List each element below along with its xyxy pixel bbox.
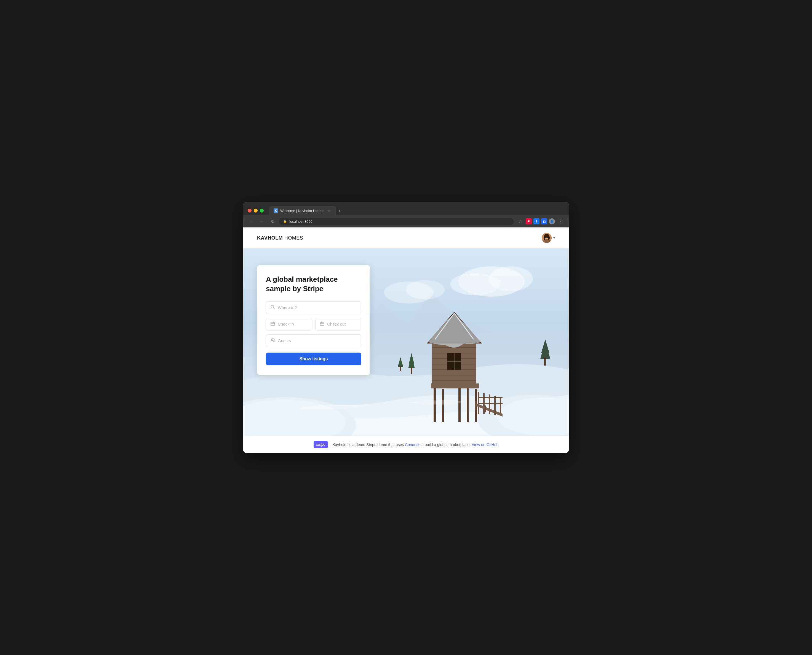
profile-ext[interactable]: 👤 [549, 218, 555, 224]
footer-description: Kavholm is a demo Stripe demo that uses [332, 443, 405, 447]
chevron-down-icon: ▾ [553, 236, 555, 240]
traffic-light-maximize[interactable] [260, 209, 263, 212]
connect-link[interactable]: Connect [405, 443, 419, 447]
user-menu-button[interactable]: ▾ [542, 233, 555, 243]
avatar [542, 233, 552, 243]
search-heading: A global marketplace sample by Stripe [266, 275, 361, 294]
lock-icon: 🔒 [283, 220, 287, 223]
address-bar[interactable]: 🔒 localhost:3000 [279, 218, 513, 225]
logo-bold: KAVHOLM [257, 235, 283, 241]
svg-rect-56 [320, 322, 324, 326]
heading-line2: sample by Stripe [266, 284, 323, 293]
ext3[interactable]: ◻ [541, 218, 547, 224]
pinterest-ext[interactable]: P [526, 218, 532, 224]
checkin-field[interactable]: Check in [266, 318, 312, 331]
show-listings-button[interactable]: Show listings [266, 352, 361, 365]
svg-line-51 [274, 308, 275, 309]
where-to-field[interactable]: Where to? [266, 301, 361, 314]
checkout-calendar-icon [320, 321, 324, 327]
browser-window: K Welcome | Kavholm Homes × + ← → ↻ 🔒 lo… [243, 202, 569, 453]
avatar-image [542, 233, 552, 243]
1password-ext[interactable]: 1 [533, 218, 539, 224]
heading-line1: A global marketplace [266, 275, 338, 283]
forward-button[interactable]: → [258, 217, 266, 225]
footer-text: Kavholm is a demo Stripe demo that uses … [332, 443, 498, 447]
search-icon [271, 305, 275, 311]
svg-rect-8 [547, 237, 549, 238]
logo-light: HOMES [283, 235, 303, 241]
where-placeholder: Where to? [278, 305, 297, 310]
svg-rect-28 [485, 406, 486, 412]
hero-content: A global marketplace sample by Stripe [243, 248, 569, 392]
checkin-placeholder: Check in [278, 322, 294, 326]
reload-button[interactable]: ↻ [269, 217, 276, 225]
svg-rect-27 [475, 401, 476, 410]
footer-connector: to build a global marketplace. [419, 443, 471, 447]
traffic-light-close[interactable] [248, 209, 251, 212]
svg-rect-24 [500, 397, 501, 414]
site-nav: KAVHOLM HOMES [243, 228, 569, 248]
browser-chrome: K Welcome | Kavholm Homes × + ← → ↻ 🔒 lo… [243, 202, 569, 228]
tab-favicon: K [274, 208, 278, 213]
menu-button[interactable]: ⋮ [556, 217, 564, 225]
checkin-calendar-icon [271, 321, 275, 327]
guests-field[interactable]: Guests [266, 334, 361, 347]
svg-rect-52 [271, 322, 275, 326]
bookmark-button[interactable]: ☆ [516, 217, 524, 225]
toolbar-actions: ☆ P 1 ◻ 👤 ⋮ [516, 217, 564, 225]
site-logo: KAVHOLM HOMES [257, 235, 303, 241]
back-button[interactable]: ← [248, 217, 256, 225]
hero-section: A global marketplace sample by Stripe [243, 248, 569, 436]
guests-placeholder: Guests [278, 338, 291, 343]
url-text: localhost:3000 [289, 220, 313, 224]
traffic-light-minimize[interactable] [254, 209, 257, 212]
tab-close-button[interactable]: × [327, 208, 331, 213]
tab-bar: K Welcome | Kavholm Homes × + [269, 206, 564, 215]
tab-title: Welcome | Kavholm Homes [280, 209, 324, 213]
footer-banner: stripe Kavholm is a demo Stripe demo tha… [243, 436, 569, 453]
github-link[interactable]: View on GitHub [471, 443, 498, 447]
active-tab[interactable]: K Welcome | Kavholm Homes × [269, 206, 336, 215]
search-card: A global marketplace sample by Stripe [257, 265, 370, 375]
guests-icon [271, 338, 275, 343]
date-inputs-row: Check in [266, 318, 361, 331]
page-content: KAVHOLM HOMES [243, 228, 569, 453]
browser-toolbar: ← → ↻ 🔒 localhost:3000 ☆ P 1 ◻ 👤 ⋮ [243, 215, 569, 228]
svg-rect-7 [544, 237, 546, 238]
traffic-lights [248, 209, 263, 212]
browser-titlebar: K Welcome | Kavholm Homes × + [243, 202, 569, 215]
checkout-field[interactable]: Check out [315, 318, 361, 331]
svg-rect-26 [478, 403, 502, 404]
svg-rect-29 [494, 410, 496, 415]
search-inputs: Where to? [266, 301, 361, 347]
new-tab-button[interactable]: + [336, 207, 344, 215]
svg-rect-25 [478, 397, 502, 398]
stripe-logo: stripe [314, 441, 328, 448]
checkout-placeholder: Check out [327, 322, 346, 326]
svg-rect-16 [442, 389, 444, 422]
